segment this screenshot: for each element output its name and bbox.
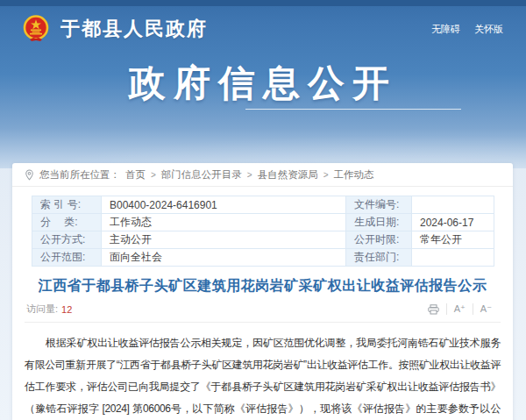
- publicity-period-label: 公开时限:: [346, 231, 412, 249]
- publicity-method-label: 公开方式:: [32, 231, 102, 249]
- article-body: 根据采矿权出让收益评估报告公示相关规定，因矿区范围优化调整，我局委托河南锆石矿业…: [25, 332, 501, 420]
- article-tools: A⁺ A⁻: [421, 303, 499, 315]
- site-title: 于都县人民政府: [60, 16, 208, 42]
- publicity-scope-label: 公开范围:: [32, 249, 102, 267]
- table-row: 公开方式: 主动公开 公开时限: 常年公开: [32, 231, 494, 249]
- page-title: 江西省于都县桥子头矿区建筑用花岗岩矿采矿权出让收益评估报告公示: [25, 277, 501, 295]
- index-number-value: B00400-2024-6416901: [102, 196, 346, 214]
- banner: 政府信息公开: [0, 59, 526, 108]
- top-links: 无障碍 关怀版: [431, 23, 503, 36]
- printer-icon: [428, 304, 439, 315]
- breadcrumb-item-worknews[interactable]: 工作动态: [334, 168, 374, 182]
- breadcrumb-separator: >: [323, 170, 329, 180]
- table-row: 公开范围: 面向全社会 责任部门:: [32, 249, 494, 267]
- banner-underline: [245, 109, 461, 110]
- table-row: 索 引 号: B00400-2024-6416901 文件编号:: [32, 196, 494, 214]
- font-decrease-button[interactable]: A⁻: [473, 303, 499, 315]
- breadcrumb-separator: >: [247, 170, 252, 180]
- banner-title: 政府信息公开: [0, 59, 526, 108]
- site-logo[interactable]: 于都县人民政府: [21, 14, 208, 44]
- category-value: 工作动态: [102, 214, 346, 231]
- created-date-value: 2024-06-17: [412, 214, 494, 231]
- hero-banner: 于都县人民政府 无障碍 关怀版 政府信息公开: [0, 0, 526, 168]
- page: 于都县人民政府 无障碍 关怀版 政府信息公开 您当前所在位置： 首页 > 部门信…: [0, 0, 526, 420]
- top-strip: [0, 0, 526, 6]
- publicity-period-value: 常年公开: [412, 231, 494, 249]
- publicity-method-value: 主动公开: [102, 231, 346, 249]
- article-meta-bar: 访问量: 12 A⁺ A⁻: [25, 295, 501, 323]
- publicity-scope-value: 面向全社会: [102, 249, 346, 267]
- breadcrumb-prefix: 您当前所在位置：: [39, 168, 120, 182]
- visits-label: 访问量:: [26, 303, 58, 316]
- breadcrumb-item-directory[interactable]: 部门信息公开目录: [161, 168, 242, 182]
- breadcrumb: 您当前所在位置： 首页 > 部门信息公开目录 > 县自然资源局 > 工作动态: [12, 163, 513, 187]
- table-row: 分 类: 工作动态 生成日期: 2024-06-17: [32, 214, 494, 231]
- visits-count: 12: [61, 304, 72, 315]
- breadcrumb-item-home[interactable]: 首页: [125, 168, 146, 182]
- national-emblem-icon: [21, 14, 51, 44]
- file-number-label: 文件编号:: [346, 196, 412, 214]
- care-mode-link[interactable]: 关怀版: [474, 23, 503, 36]
- file-number-value: [412, 196, 494, 214]
- created-date-label: 生成日期:: [346, 214, 412, 231]
- responsible-dept-value: [412, 249, 494, 267]
- location-pin-icon: [25, 169, 34, 181]
- font-increase-button[interactable]: A⁺: [446, 303, 473, 315]
- content-card: 您当前所在位置： 首页 > 部门信息公开目录 > 县自然资源局 > 工作动态 索…: [12, 163, 513, 420]
- index-number-label: 索 引 号:: [32, 196, 102, 214]
- category-label: 分 类:: [32, 214, 102, 231]
- site-header: 于都县人民政府 无障碍 关怀版: [0, 6, 526, 44]
- accessibility-link[interactable]: 无障碍: [431, 23, 460, 36]
- breadcrumb-item-bureau[interactable]: 县自然资源局: [258, 168, 318, 182]
- document-meta-table: 索 引 号: B00400-2024-6416901 文件编号: 分 类: 工作…: [32, 196, 494, 267]
- responsible-dept-label: 责任部门:: [346, 249, 412, 267]
- print-button[interactable]: [421, 304, 446, 315]
- breadcrumb-separator: >: [151, 170, 156, 180]
